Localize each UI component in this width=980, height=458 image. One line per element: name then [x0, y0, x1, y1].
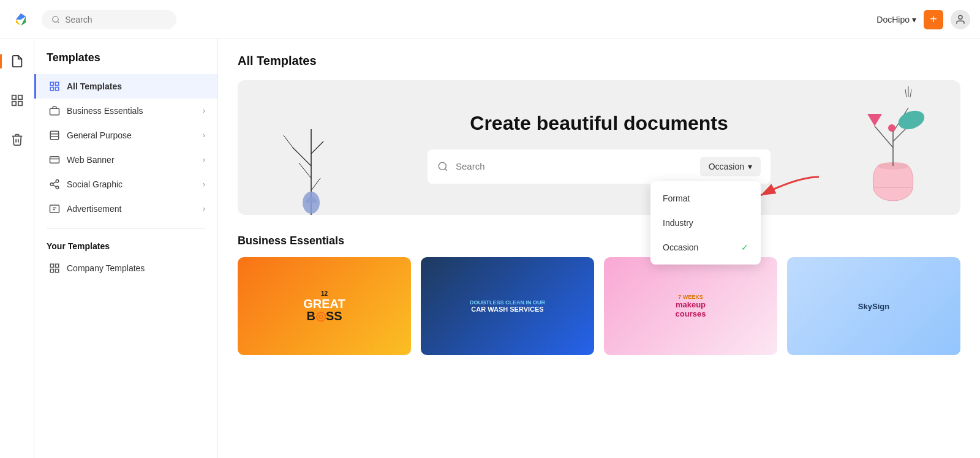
person-icon	[955, 14, 966, 25]
svg-rect-11	[50, 108, 59, 115]
svg-rect-3	[12, 96, 15, 99]
svg-point-34	[439, 162, 446, 170]
hero-title: Create beautiful documents	[274, 112, 924, 135]
logo[interactable]	[10, 9, 32, 31]
hero-search-input[interactable]	[456, 161, 693, 171]
svg-line-20	[53, 185, 56, 187]
nav-item-business-essentials[interactable]: Business Essentials ›	[34, 99, 217, 123]
dropdown-item-label: Occasion	[663, 242, 698, 252]
dochipo-dropdown-btn[interactable]: DocHipo ▾	[876, 15, 916, 24]
template-card-inner: 7 Weeks makeupcourses	[604, 257, 777, 355]
nav-sidebar: Templates All Templates Business Essenti…	[34, 39, 218, 458]
filter-dropdown-menu: Format Industry Occasion ✓	[650, 181, 761, 265]
chevron-right-icon: ›	[203, 131, 205, 140]
svg-point-17	[56, 180, 59, 183]
svg-marker-43	[867, 114, 882, 126]
your-templates-title: Your Templates	[34, 236, 217, 256]
occasion-label: Occasion	[709, 162, 744, 171]
chevron-right-icon: ›	[203, 205, 205, 213]
nav-item-general-purpose[interactable]: General Purpose ›	[34, 123, 217, 148]
dropdown-item-label: Industry	[663, 218, 693, 228]
app-layout: Templates All Templates Business Essenti…	[0, 39, 980, 458]
dropdown-item-label: Format	[663, 193, 690, 203]
svg-line-48	[910, 89, 911, 97]
svg-rect-22	[50, 205, 59, 212]
svg-point-2	[959, 15, 962, 19]
create-new-btn[interactable]: +	[924, 10, 943, 29]
template-card-inner: 12 GREAT B◎SS	[238, 257, 411, 355]
company-templates-icon	[48, 262, 61, 274]
checkmark-icon: ✓	[741, 242, 748, 252]
chevron-right-icon: ›	[203, 156, 205, 164]
left-plant-decoration	[274, 117, 348, 215]
template-card-inner: DOUBTLESS CLEAN IN OUR CAR WASH SERVICES	[421, 257, 594, 355]
main-content: All Templates	[218, 39, 980, 458]
hero-search-icon	[437, 161, 448, 172]
template-card-makeup-courses[interactable]: 7 Weeks makeupcourses	[604, 257, 777, 355]
svg-rect-9	[50, 88, 53, 91]
svg-line-28	[293, 148, 311, 166]
hero-search-bar: Occasion ▾ Format Industry	[428, 149, 771, 184]
search-icon	[51, 15, 60, 24]
nav-item-label: Web Banner	[67, 155, 197, 165]
advertisement-icon	[48, 203, 61, 215]
filter-option-industry[interactable]: Industry	[650, 211, 761, 235]
chevron-right-icon: ›	[203, 107, 205, 115]
template-card-inner: SkySign	[787, 257, 960, 355]
svg-line-30	[311, 141, 323, 154]
svg-rect-26	[56, 269, 59, 272]
header: DocHipo ▾ +	[0, 0, 980, 39]
svg-rect-25	[50, 269, 53, 272]
template-card-great-boss[interactable]: 12 GREAT B◎SS	[238, 257, 411, 355]
svg-line-32	[311, 178, 320, 190]
svg-rect-6	[18, 102, 21, 105]
template-card-skysign[interactable]: SkySign	[787, 257, 960, 355]
nav-item-label: All Templates	[67, 81, 205, 91]
right-plant-decoration	[850, 74, 936, 203]
svg-rect-10	[56, 88, 59, 91]
occasion-dropdown-arrow: ▾	[748, 162, 752, 171]
svg-rect-7	[50, 82, 53, 85]
nav-item-social-graphic[interactable]: Social Graphic ›	[34, 172, 217, 197]
nav-section-title: Templates	[34, 51, 217, 74]
filter-option-format[interactable]: Format	[650, 186, 761, 211]
filter-option-occasion[interactable]: Occasion ✓	[650, 235, 761, 260]
occasion-dropdown-container: Occasion ▾ Format Industry	[700, 157, 761, 176]
svg-line-29	[284, 135, 293, 148]
all-templates-icon	[48, 80, 61, 92]
nav-item-all-templates[interactable]: All Templates	[34, 74, 217, 99]
occasion-dropdown-btn[interactable]: Occasion ▾	[700, 157, 761, 176]
grid-template-icon	[10, 94, 24, 107]
trash-icon	[10, 133, 24, 146]
page-title: All Templates	[238, 54, 960, 68]
user-avatar-btn[interactable]	[951, 10, 970, 29]
chevron-right-icon: ›	[203, 180, 205, 189]
hero-center: Create beautiful documents Occasion ▾	[274, 112, 924, 184]
template-card-car-wash[interactable]: DOUBTLESS CLEAN IN OUR CAR WASH SERVICES	[421, 257, 594, 355]
business-essentials-section-title: Business Essentials	[238, 235, 960, 247]
nav-item-company-templates[interactable]: Company Templates	[34, 256, 217, 280]
sidebar-icon-document[interactable]	[5, 49, 29, 73]
svg-rect-23	[50, 264, 53, 267]
svg-point-1	[53, 16, 58, 21]
nav-item-web-banner[interactable]: Web Banner ›	[34, 148, 217, 172]
header-search-input[interactable]	[65, 15, 167, 24]
business-essentials-icon	[48, 105, 61, 117]
sidebar-icon-trash[interactable]	[5, 127, 29, 152]
brand-dropdown-arrow: ▾	[912, 15, 916, 24]
header-search-box	[42, 10, 176, 29]
nav-item-label: Advertisement	[67, 204, 197, 214]
nav-item-advertisement[interactable]: Advertisement ›	[34, 197, 217, 221]
document-page-icon	[10, 54, 24, 68]
svg-rect-5	[12, 102, 15, 105]
brand-name: DocHipo	[876, 15, 910, 24]
svg-point-19	[56, 186, 59, 189]
svg-point-18	[50, 183, 53, 186]
active-indicator	[0, 54, 2, 69]
social-graphic-icon	[48, 178, 61, 190]
sidebar-icon-templates[interactable]	[5, 88, 29, 113]
svg-point-42	[896, 107, 927, 132]
svg-line-31	[299, 163, 311, 178]
svg-rect-12	[50, 131, 59, 140]
svg-rect-8	[56, 82, 59, 85]
